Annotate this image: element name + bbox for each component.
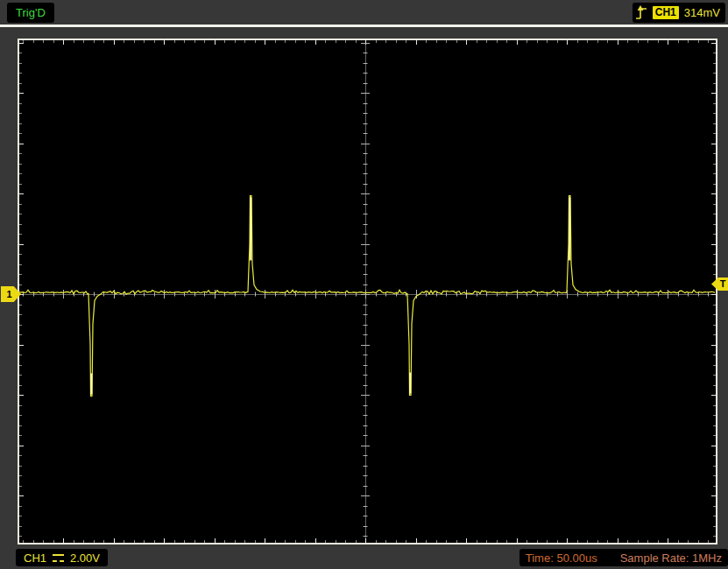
trigger-marker-label: T xyxy=(720,279,726,289)
dc-coupling-icon xyxy=(53,554,64,562)
trigger-status-readout: Trig'D xyxy=(7,3,54,23)
scope-screen xyxy=(18,39,717,544)
volts-per-div-readout: 2.00V xyxy=(70,551,100,565)
trigger-status-label: Trig'D xyxy=(16,6,46,19)
sample-rate-readout: Sample Rate: 1MHz xyxy=(620,551,722,565)
channel1-settings-readout: CH1 2.00V xyxy=(16,549,108,566)
rising-edge-trigger-icon xyxy=(635,4,647,21)
channel1-marker-label: 1 xyxy=(6,290,11,299)
timebase-readout: Time: 50.00us Sample Rate: 1MHz xyxy=(519,549,728,566)
trigger-level-readout: 314mV xyxy=(684,6,720,19)
time-per-div-readout: Time: 50.00us xyxy=(526,551,597,565)
graticule-and-waveform xyxy=(19,40,716,543)
channel1-label: CH1 xyxy=(24,551,46,565)
trigger-info-readout: CH1 314mV xyxy=(633,3,725,23)
trigger-source-badge: CH1 xyxy=(653,6,679,19)
separator-line xyxy=(0,25,728,27)
oscilloscope-ui: { "status_bar": { "trigger_status": "Tri… xyxy=(0,0,728,569)
